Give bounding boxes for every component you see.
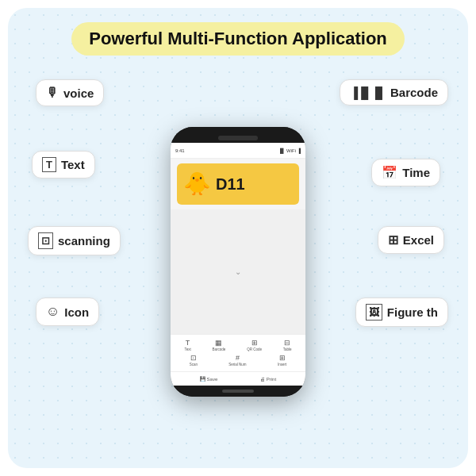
toolbar-barcode[interactable]: ▦ Barcode [213, 339, 226, 351]
screen-canvas: ⌄ [171, 209, 305, 334]
toolbar-row-1: T Text ▦ Barcode ⊞ QR Code ⊟ [174, 339, 302, 351]
toolbar-serial[interactable]: # Serial Num [228, 354, 246, 367]
toolbar-table-label: Table [283, 347, 292, 351]
voice-icon: 🎙 [46, 86, 59, 100]
badge-figure: 🖼 Figure th [355, 298, 448, 327]
badge-scanning-label: scanning [58, 234, 110, 248]
toolbar-text-icon: T [186, 339, 190, 347]
screen-toolbar: T Text ▦ Barcode ⊞ QR Code ⊟ [171, 334, 305, 371]
badge-scanning: ⊡ scanning [28, 226, 121, 255]
toolbar-scan-label: Scan [190, 363, 198, 367]
badge-text-label: Text [61, 158, 85, 171]
badge-voice: 🎙 voice [36, 79, 104, 106]
bottom-save[interactable]: 💾 Save [200, 376, 217, 382]
screen-bottom-bar: 💾 Save 🖨 Print [171, 371, 305, 386]
badge-time-label: Time [402, 166, 430, 179]
toolbar-table-icon: ⊟ [284, 339, 290, 347]
figure-icon: 🖼 [366, 304, 382, 321]
badge-icon-label: Icon [64, 305, 89, 319]
status-time: 9:41 [175, 148, 185, 153]
badge-excel-label: Excel [403, 233, 434, 247]
canvas-arrow: ⌄ [235, 267, 241, 276]
screen-status-bar: 9:41 ▐▌ WiFi ▐ [171, 143, 305, 159]
content-area: 9:41 ▐▌ WiFi ▐ 🐥 D11 ⌄ T Text [24, 63, 452, 460]
toolbar-text-label: Text [184, 347, 190, 351]
app-container: Powerful Multi-Function Application 9:41… [8, 8, 468, 468]
toolbar-scan[interactable]: ⊡ Scan [190, 354, 198, 367]
status-icons: ▐▌ WiFi ▐ [278, 148, 301, 153]
badge-time: 📅 Time [371, 159, 440, 186]
toolbar-qr-label: QR Code [247, 347, 262, 351]
toolbar-insert-label: Insert [278, 363, 286, 367]
excel-icon: ⊞ [388, 232, 398, 248]
toolbar-serial-icon: # [236, 354, 240, 362]
duck-icon: 🐥 [183, 173, 211, 195]
toolbar-qr-icon: ⊞ [251, 339, 258, 347]
badge-figure-label: Figure th [387, 305, 438, 319]
bottom-print[interactable]: 🖨 Print [260, 377, 276, 382]
barcode-icon: ▐▐▌▐▌ [350, 86, 386, 99]
label-preview: 🐥 D11 [177, 163, 299, 205]
time-icon: 📅 [382, 165, 397, 180]
badge-voice-label: voice [63, 86, 94, 100]
toolbar-scan-icon: ⊡ [190, 354, 197, 362]
toolbar-serial-label: Serial Num [228, 363, 246, 367]
badge-text: T Text [32, 151, 95, 178]
label-d11: D11 [216, 175, 245, 194]
notch-bar [218, 136, 258, 140]
smiley-icon: ☺ [46, 304, 60, 320]
phone-notch [171, 127, 305, 143]
toolbar-barcode-icon: ▦ [215, 339, 222, 347]
home-indicator [222, 390, 254, 393]
page-title: Powerful Multi-Function Application [89, 29, 387, 49]
toolbar-row-2: ⊡ Scan # Serial Num ⊞ Insert [174, 354, 302, 367]
scanning-icon: ⊡ [38, 232, 53, 249]
toolbar-insert-icon: ⊞ [279, 354, 286, 362]
phone-home [171, 386, 305, 397]
badge-icon-feature: ☺ Icon [36, 298, 99, 326]
toolbar-text[interactable]: T Text [184, 339, 190, 351]
phone-mockup: 9:41 ▐▌ WiFi ▐ 🐥 D11 ⌄ T Text [171, 127, 305, 397]
text-icon: T [42, 157, 56, 172]
phone-screen: 9:41 ▐▌ WiFi ▐ 🐥 D11 ⌄ T Text [171, 143, 305, 386]
toolbar-table[interactable]: ⊟ Table [283, 339, 292, 351]
badge-barcode-label: Barcode [390, 86, 438, 99]
toolbar-qrcode[interactable]: ⊞ QR Code [247, 339, 262, 351]
badge-barcode: ▐▐▌▐▌ Barcode [340, 79, 448, 106]
title-highlight: Powerful Multi-Function Application [71, 22, 405, 56]
toolbar-barcode-label: Barcode [213, 347, 226, 351]
badge-excel: ⊞ Excel [378, 226, 444, 254]
toolbar-insert[interactable]: ⊞ Insert [278, 354, 286, 367]
